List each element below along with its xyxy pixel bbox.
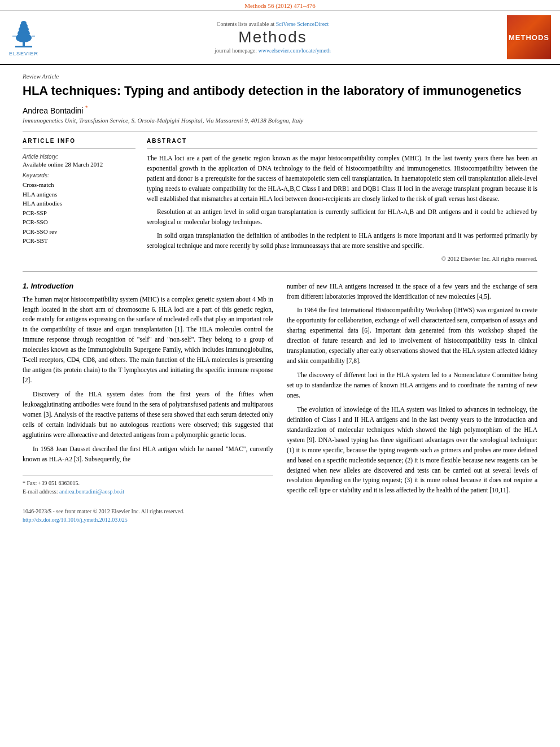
- article-info-header: ARTICLE INFO: [23, 138, 135, 144]
- right-para-2: In 1964 the first International Histocom…: [287, 305, 537, 366]
- left-para-1: The human major histocompatibility syste…: [23, 295, 273, 386]
- intro-heading: 1. Introduction: [23, 282, 273, 290]
- article-body: Review Article HLA techniques: Typing an…: [0, 73, 560, 541]
- abstract-text: The HLA loci are a part of the genetic r…: [147, 154, 537, 251]
- abstract-header: ABSTRACT: [147, 138, 537, 144]
- svg-rect-1: [15, 46, 32, 47]
- divider-4: [23, 271, 537, 272]
- keyword-pcr-ssp: PCR-SSP: [23, 208, 135, 218]
- footnote-email-link[interactable]: andrea.bontadini@aosp.bo.it: [59, 488, 124, 495]
- abstract-para-2: Resolution at an antigen level in solid …: [147, 207, 537, 228]
- footnote-1: * Fax: +39 051 6363015.: [23, 479, 273, 487]
- doi-link[interactable]: http://dx.doi.org/10.1016/j.ymeth.2012.0…: [23, 517, 128, 523]
- homepage-line: journal homepage: www.elsevier.com/locat…: [44, 47, 501, 54]
- history-label: Article history:: [23, 154, 135, 160]
- methods-logo-box: METHODS: [507, 15, 551, 59]
- elsevier-label-text: ELSEVIER: [9, 51, 38, 56]
- keyword-hla-antigens: HLA antigens: [23, 190, 135, 199]
- right-para-1: number of new HLA antigens increased in …: [287, 282, 537, 302]
- bottom-copyright-text: 1046-2023/$ - see front matter © 2012 El…: [23, 508, 185, 514]
- left-content-column: 1. Introduction The human major histocom…: [23, 282, 273, 524]
- article-info-column: ARTICLE INFO Article history: Available …: [23, 138, 135, 261]
- elsevier-tree-icon: [10, 19, 38, 50]
- right-para-3: The discovery of different loci in the H…: [287, 370, 537, 401]
- footnote-2: E-mail address: andrea.bontadini@aosp.bo…: [23, 487, 273, 496]
- main-content: 1. Introduction The human major histocom…: [23, 282, 537, 541]
- journal-title: Methods: [44, 28, 501, 46]
- sciverse-link[interactable]: SciVerse ScienceDirect: [276, 21, 329, 27]
- copyright-line: © 2012 Elsevier Inc. All rights reserved…: [147, 256, 537, 262]
- methods-logo-text: METHODS: [509, 33, 549, 42]
- bottom-doi: http://dx.doi.org/10.1016/j.ymeth.2012.0…: [23, 516, 273, 524]
- author-name-text: Andrea Bontadini: [23, 106, 83, 115]
- left-para-3: In 1958 Jean Dausset described the first…: [23, 444, 273, 465]
- svg-rect-7: [12, 36, 16, 37]
- keyword-pcr-sso: PCR-SSO: [23, 217, 135, 227]
- footnote-email-label: E-mail address:: [23, 488, 59, 495]
- homepage-label: journal homepage:: [215, 47, 258, 54]
- divider-2: [23, 148, 135, 149]
- available-online-value: Available online 28 March 2012: [23, 161, 135, 168]
- journal-reference-bar: Methods 56 (2012) 471–476: [0, 0, 560, 11]
- journal-reference-text: Methods 56 (2012) 471–476: [244, 2, 316, 9]
- abstract-column: ABSTRACT The HLA loci are a part of the …: [147, 138, 537, 261]
- author-sup: *: [85, 105, 88, 111]
- keyword-pcr-sso-rev: PCR-SSO rev: [23, 227, 135, 237]
- svg-point-6: [21, 21, 27, 25]
- header-center: Contents lists available at SciVerse Sci…: [44, 21, 501, 54]
- divider-3: [147, 148, 537, 149]
- homepage-link[interactable]: www.elsevier.com/locate/ymeth: [259, 47, 331, 54]
- info-abstract-section: ARTICLE INFO Article history: Available …: [23, 138, 537, 261]
- article-title: HLA techniques: Typing and antibody dete…: [23, 83, 537, 99]
- right-para-4: The evolution of knowledge of the HLA sy…: [287, 405, 537, 496]
- right-content-column: number of new HLA antigens increased in …: [287, 282, 537, 524]
- divider-1: [23, 132, 537, 132]
- author-name: Andrea Bontadini *: [23, 105, 537, 115]
- abstract-para-3: In solid organ transplantation the defin…: [147, 231, 537, 251]
- abstract-para-1: The HLA loci are a part of the genetic r…: [147, 154, 537, 204]
- affiliation: Immunogenetics Unit, Transfusion Service…: [23, 117, 537, 124]
- left-body-text: The human major histocompatibility syste…: [23, 295, 273, 465]
- keywords-label: Keywords:: [23, 172, 135, 178]
- keyword-hla-antibodies: HLA antibodies: [23, 199, 135, 208]
- elsevier-logo: ELSEVIER: [9, 19, 38, 56]
- contents-available-text: Contents lists available at: [217, 21, 276, 27]
- doi-text: http://dx.doi.org/10.1016/j.ymeth.2012.0…: [23, 517, 128, 523]
- keywords-list: Cross-match HLA antigens HLA antibodies …: [23, 180, 135, 246]
- footnote-1-text: * Fax: +39 051 6363015.: [23, 480, 80, 486]
- journal-header: ELSEVIER Contents lists available at Sci…: [0, 11, 560, 65]
- right-body-text: number of new HLA antigens increased in …: [287, 282, 537, 496]
- bottom-copyright: 1046-2023/$ - see front matter © 2012 El…: [23, 507, 273, 516]
- keyword-crossmatch: Cross-match: [23, 180, 135, 190]
- sciverse-line: Contents lists available at SciVerse Sci…: [44, 21, 501, 27]
- article-type-label: Review Article: [23, 73, 537, 80]
- left-para-2: Discovery of the HLA system dates from t…: [23, 390, 273, 440]
- svg-rect-8: [32, 36, 35, 37]
- footnote-section: * Fax: +39 051 6363015. E-mail address: …: [23, 475, 273, 496]
- keyword-pcr-sbt: PCR-SBT: [23, 236, 135, 246]
